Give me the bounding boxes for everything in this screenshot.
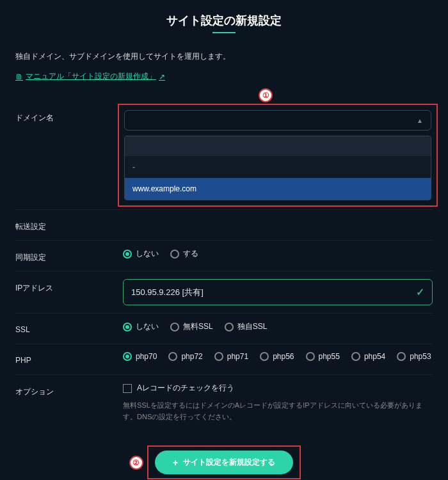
- radio-icon: [351, 352, 360, 361]
- radio-icon: [123, 323, 132, 332]
- radio-php53[interactable]: php53: [397, 352, 431, 361]
- radio-php72[interactable]: php72: [168, 352, 202, 361]
- checkbox-arecord[interactable]: [123, 384, 132, 393]
- caret-up-icon: ▲: [417, 117, 423, 124]
- label-ssl: SSL: [15, 321, 123, 334]
- title-underline: [212, 32, 236, 33]
- radio-sync-no[interactable]: しない: [123, 248, 159, 259]
- radio-icon: [260, 352, 269, 361]
- label-transfer: 転送設定: [15, 218, 123, 232]
- radio-icon: [214, 352, 223, 361]
- label-option: オプション: [15, 383, 123, 397]
- checkbox-arecord-label: Aレコードのチェックを行う: [137, 383, 234, 394]
- radio-php55[interactable]: php55: [306, 352, 340, 361]
- check-icon: ✓: [416, 286, 424, 298]
- submit-button[interactable]: + サイト設定を新規設定する: [155, 451, 293, 474]
- document-icon: 🗎: [15, 72, 23, 81]
- submit-highlight-box: ② + サイト設定を新規設定する: [147, 445, 301, 479]
- ip-value: 150.95.9.226 [共有]: [131, 287, 204, 298]
- radio-icon: [397, 352, 406, 361]
- radio-php54[interactable]: php54: [351, 352, 385, 361]
- label-domain: ドメイン名 *: [15, 109, 123, 124]
- domain-select[interactable]: ▲: [124, 110, 431, 131]
- description-text: 独自ドメイン、サブドメインを使用してサイトを運用します。: [15, 51, 433, 62]
- radio-icon: [123, 352, 132, 361]
- radio-ssl-no[interactable]: しない: [123, 321, 159, 332]
- external-link-icon: ↗: [159, 72, 165, 81]
- plus-icon: +: [173, 458, 178, 468]
- domain-highlight-box: ① ▲ - www.example.com: [118, 104, 438, 207]
- manual-link-label: マニュアル「サイト設定の新規作成」: [26, 71, 156, 82]
- radio-php56[interactable]: php56: [260, 352, 294, 361]
- radio-icon: [306, 352, 315, 361]
- domain-dropdown: - www.example.com: [124, 136, 431, 200]
- label-sync: 同期設定: [15, 248, 123, 263]
- dropdown-item-example[interactable]: www.example.com: [125, 178, 431, 200]
- radio-icon: [168, 352, 177, 361]
- annotation-2-badge: ②: [129, 456, 143, 470]
- manual-link[interactable]: 🗎 マニュアル「サイト設定の新規作成」 ↗: [15, 71, 165, 82]
- submit-button-label: サイト設定を新規設定する: [183, 457, 275, 468]
- ip-select[interactable]: 150.95.9.226 [共有] ✓: [123, 279, 433, 305]
- radio-icon: [225, 323, 234, 332]
- label-ip: IPアドレス: [15, 279, 123, 294]
- radio-icon: [123, 250, 132, 259]
- radio-php70[interactable]: php70: [123, 352, 157, 361]
- radio-sync-yes[interactable]: する: [170, 248, 198, 259]
- radio-php71[interactable]: php71: [214, 352, 248, 361]
- option-help-text: 無料SSLを設定するにはドメインのAレコードが設定するIPアドレスに向いている必…: [123, 400, 433, 422]
- radio-ssl-free[interactable]: 無料SSL: [170, 321, 213, 332]
- dropdown-search-input[interactable]: [125, 136, 431, 156]
- page-title: サイト設定の新規設定: [15, 13, 433, 28]
- radio-ssl-own[interactable]: 独自SSL: [225, 321, 268, 332]
- dropdown-item-dash[interactable]: -: [125, 156, 431, 178]
- radio-icon: [170, 250, 179, 259]
- label-php: PHP: [15, 352, 123, 365]
- radio-icon: [170, 323, 179, 332]
- annotation-1-badge: ①: [259, 88, 273, 102]
